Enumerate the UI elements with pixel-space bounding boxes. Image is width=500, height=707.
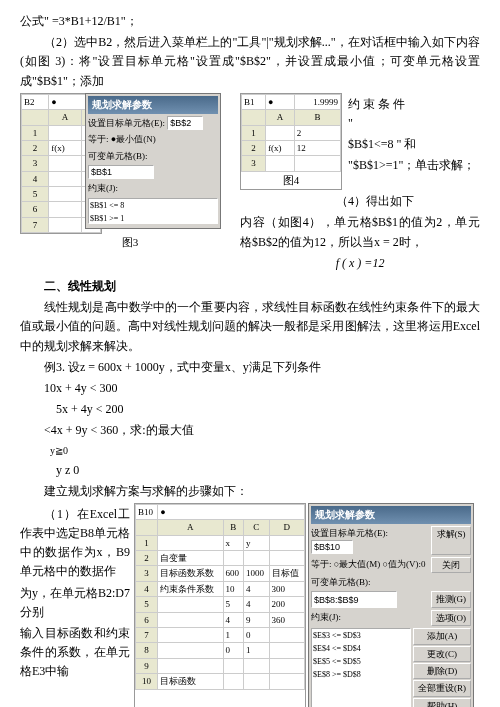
constraint-5: y z 0 <box>20 461 480 480</box>
constraint-item[interactable]: $B$1 >= 1 <box>90 213 216 226</box>
excel-grid-5: B10● ABCD 1xy 2自变量 3目标函数系数6001000目标值 4约束… <box>134 503 306 707</box>
constraint-text: "$B$1>=1"；单击求解； <box>348 156 480 175</box>
var-cell-input[interactable] <box>88 165 154 179</box>
result-text: 内容（如图4），单元格$B$1的值为2，单元格$B$2的值为12，所以当x = … <box>240 213 480 251</box>
target-cell-input[interactable] <box>167 116 203 130</box>
constraint-item[interactable]: $E$8 >= $D$8 <box>313 669 409 682</box>
para-formula: 公式" =3*B1+12/B1"； <box>20 12 480 31</box>
constraint-1: 10x + 4y < 300 <box>20 379 480 398</box>
constraint-item[interactable]: $E$4 <= $D$4 <box>313 643 409 656</box>
figure3-container: B2● AB 1 2f(x) 3 4 5 6 7 规划求解参数 设置目标单元格(… <box>20 93 240 252</box>
add-button[interactable]: 添加(A) <box>413 628 471 644</box>
solver-dialog-5[interactable]: 规划求解参数 设置目标单元格(E): 求解(S) 等于: ○最大值(M) ○值为… <box>308 503 474 707</box>
solver-dialog-3[interactable]: 规划求解参数 设置目标单元格(E): 等于: ●最小值(N) 可变单元格(B):… <box>85 93 221 229</box>
guess-button[interactable]: 推测(G) <box>431 591 472 607</box>
constraint-text: $B$1<=8 " 和 <box>348 135 480 154</box>
constraint-text: 约 束 条 件" <box>348 95 480 133</box>
para-linear-prog: 线性规划是高中数学中的一个重要内容，求线性目标函数在线性约束条件下的最大值或最小… <box>20 298 480 356</box>
example-3: 例3. 设z = 600x + 1000y，式中变量x、y满足下列条件 <box>20 358 480 377</box>
para-steps: 建立规划求解方案与求解的步骤如下： <box>20 482 480 501</box>
close-button[interactable]: 关闭 <box>431 557 471 573</box>
options-button[interactable]: 选项(O) <box>431 610 472 626</box>
reset-button[interactable]: 全部重设(R) <box>413 680 471 696</box>
change-button[interactable]: 更改(C) <box>413 646 471 662</box>
step1-text-a: （1）在Excel工作表中选定B8单元格中的数据作为x，B9单元格中的数据作 <box>20 505 130 582</box>
constraint-item[interactable]: $E$5 <= $D$5 <box>313 656 409 669</box>
target-input-5[interactable] <box>311 540 353 554</box>
fx-result: f ( x ) =12 <box>240 254 480 273</box>
constraint-3: <4x + 9y < 360，求:的最大值 <box>20 421 480 440</box>
step1-text-c: 输入目标函数和约束条件的系数，在单元格E3中输 <box>20 624 130 682</box>
para-step2: （2）选中B2，然后进入菜单栏上的"工具"|"规划求解..."，在对话框中输入如… <box>20 33 480 91</box>
delete-button[interactable]: 删除(D) <box>413 663 471 679</box>
var-input-5[interactable] <box>311 591 397 607</box>
constraint-2: 5x + 4y < 200 <box>20 400 480 419</box>
constraint-item[interactable]: $E$3 <= $D$3 <box>313 630 409 643</box>
help-button[interactable]: 帮助(H) <box>413 698 471 707</box>
excel-grid-4: B1●1.9999 AB 12 2f(x)12 3 图4 <box>240 93 342 191</box>
figure5-container: B10● ABCD 1xy 2自变量 3目标函数系数6001000目标值 4约束… <box>134 503 480 707</box>
step1-text-b: 为y，在单元格B2:D7分别 <box>20 584 130 622</box>
solver-title: 规划求解参数 <box>88 96 218 114</box>
section-2-title: 二、线性规划 <box>20 277 480 296</box>
constraint-4: y≧0 <box>20 443 480 459</box>
solve-button[interactable]: 求解(S) <box>431 526 471 555</box>
step4-text: （4）得出如下 <box>240 192 480 211</box>
constraint-item[interactable]: $B$1 <= 8 <box>90 200 216 213</box>
figure3-label: 图3 <box>20 234 240 252</box>
